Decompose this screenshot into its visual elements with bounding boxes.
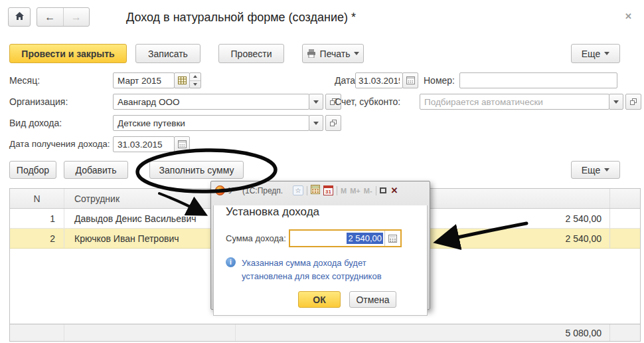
calendar-icon	[406, 76, 415, 84]
date-label: Дата:	[335, 72, 358, 88]
ok-button[interactable]: ОК	[298, 291, 341, 308]
open-icon	[629, 98, 637, 106]
chevron-down-icon	[613, 100, 619, 104]
column-header-extra	[609, 189, 640, 208]
cell-n: 2	[10, 229, 64, 248]
write-label: Записать	[148, 49, 188, 59]
account-open-button[interactable]	[625, 94, 641, 110]
calculator-button[interactable]	[384, 231, 400, 246]
amount-label: Сумма дохода:	[226, 233, 289, 243]
chevron-down-icon	[604, 52, 609, 55]
number-field	[459, 72, 617, 88]
selected-text: 2 540,00	[347, 233, 383, 244]
column-header-n[interactable]: N	[10, 189, 64, 208]
cell-employee: Крючков Иван Петрович	[64, 229, 235, 248]
account-dropdown-button[interactable]	[609, 94, 623, 110]
month-input[interactable]	[118, 76, 170, 86]
chevron-down-icon	[604, 168, 609, 172]
home-icon	[15, 11, 25, 23]
page-title: Доход в натуральной форме (создание) *	[126, 11, 356, 25]
dialog-heading: Установка дохода	[226, 205, 427, 219]
print-icon	[307, 49, 316, 58]
account-field	[420, 94, 609, 110]
income-date-input[interactable]	[118, 140, 170, 150]
number-label: Номер:	[424, 72, 455, 88]
cancel-button[interactable]: Отмена	[349, 291, 396, 308]
income-kind-label: Вид дохода:	[9, 115, 62, 131]
print-label: Печать	[320, 49, 351, 59]
maximize-icon[interactable]	[380, 187, 386, 193]
month-field	[113, 72, 175, 88]
step-down-icon	[193, 83, 197, 86]
calendar-31-icon[interactable]: 31	[323, 185, 333, 195]
1c-logo-icon: 1с	[215, 185, 225, 195]
fill-amount-button[interactable]: Заполнить сумму	[149, 161, 244, 179]
memory-mplus-button[interactable]: M+	[350, 187, 361, 195]
history-nav: ← →	[37, 7, 90, 27]
income-kind-dropdown-button[interactable]	[309, 115, 323, 131]
amount-value: 2 540,00	[290, 233, 384, 243]
dialog-close-icon[interactable]: ✕	[391, 185, 398, 195]
income-kind-open-button[interactable]	[325, 115, 341, 131]
back-button[interactable]: ←	[37, 8, 64, 26]
info-icon: i	[226, 257, 236, 267]
chevron-down-icon	[354, 52, 359, 55]
organization-field	[113, 94, 309, 110]
date-input[interactable]	[359, 76, 400, 86]
memory-mminus-button[interactable]: M-	[364, 187, 372, 195]
post-label: Провести	[231, 49, 272, 59]
favorites-star-icon[interactable]: ☆	[293, 185, 303, 195]
income-date-picker-button[interactable]	[174, 136, 190, 152]
date-picker-button[interactable]	[402, 72, 418, 88]
date-field	[355, 72, 403, 88]
post-and-close-label: Провести и закрыть	[21, 49, 114, 59]
calendar-icon	[178, 140, 187, 148]
month-picker-button[interactable]	[174, 72, 190, 88]
step-up-icon	[193, 75, 197, 78]
write-button[interactable]: Записать	[135, 44, 201, 63]
info-text: Указанная сумма дохода будет установлена…	[242, 257, 398, 283]
chevron-down-icon	[313, 122, 319, 125]
ok-label: ОК	[313, 294, 325, 305]
memory-m-button[interactable]: M	[341, 187, 347, 195]
close-icon[interactable]: ✕	[625, 11, 632, 21]
organization-input[interactable]	[118, 97, 305, 107]
income-kind-field	[113, 115, 309, 131]
dialog-titlebar: 1с У (1С:Предп. ☆ 31 M M+ M- ✕	[213, 183, 428, 197]
pick-button[interactable]: Подбор	[9, 161, 56, 179]
pick-label: Подбор	[17, 165, 49, 175]
calculator-icon[interactable]	[311, 185, 320, 197]
total-amount: 5 080,00	[235, 324, 609, 341]
post-and-close-button[interactable]: Провести и закрыть	[9, 44, 127, 63]
set-income-dialog: 1с У (1С:Предп. ☆ 31 M M+ M- ✕ Установка…	[210, 181, 430, 310]
open-icon	[329, 119, 337, 127]
forward-icon: →	[71, 11, 82, 23]
income-kind-input[interactable]	[118, 118, 305, 128]
print-button[interactable]: Печать	[302, 44, 364, 63]
income-date-label: Дата получения дохода:	[9, 136, 110, 152]
add-label: Добавить	[76, 165, 117, 175]
home-button[interactable]	[8, 7, 31, 27]
table-footer: 5 080,00	[10, 324, 640, 341]
cancel-label: Отмена	[356, 294, 389, 305]
post-button[interactable]: Провести	[218, 44, 284, 63]
dialog-titlebar-text: У (1С:Предп.	[228, 186, 289, 195]
account-input[interactable]	[424, 97, 605, 107]
number-input[interactable]	[464, 76, 613, 86]
more-label: Еще	[582, 49, 601, 59]
forward-button[interactable]: →	[64, 8, 90, 26]
list-more-label: Еще	[582, 165, 601, 175]
income-date-field	[113, 136, 175, 152]
organization-dropdown-button[interactable]	[309, 94, 323, 110]
list-more-button[interactable]: Еще	[571, 161, 620, 179]
fill-amount-label: Заполнить сумму	[159, 165, 234, 175]
column-header-employee[interactable]: Сотрудник	[64, 189, 235, 208]
month-stepper[interactable]	[189, 72, 201, 88]
back-icon: ←	[44, 11, 55, 23]
amount-field[interactable]: 2 540,00	[289, 229, 402, 247]
month-label: Месяц:	[9, 72, 40, 88]
add-button[interactable]: Добавить	[64, 161, 128, 179]
more-button[interactable]: Еще	[571, 44, 620, 63]
dialog-body: Установка дохода Сумма дохода: 2 540,00 …	[213, 205, 428, 316]
cell-n: 1	[10, 209, 64, 228]
